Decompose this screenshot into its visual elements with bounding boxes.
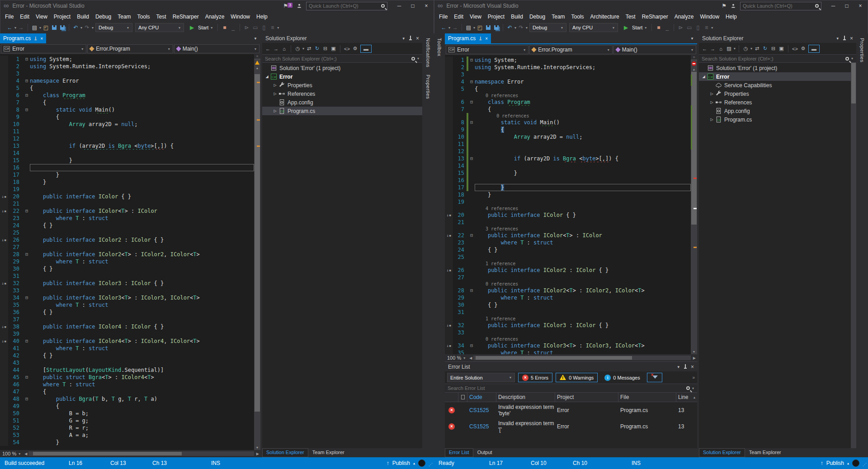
minimize-button[interactable]: ─ xyxy=(392,0,406,11)
tab-error-list[interactable]: Error List xyxy=(445,448,473,457)
show-all-files-button[interactable]: ▬ xyxy=(808,45,820,53)
warnings-filter-button[interactable]: 0 Warnings xyxy=(556,373,598,382)
expander-icon[interactable]: ▷ xyxy=(709,117,715,122)
reference-indicator-icon[interactable]: ↓▪ xyxy=(0,280,8,287)
tree-item-properties[interactable]: ▷Properties xyxy=(262,81,422,89)
refresh-icon[interactable]: ↻ xyxy=(761,46,769,52)
scroll-down-icon[interactable]: ▼ xyxy=(256,446,259,450)
menu-item-project[interactable]: Project xyxy=(485,13,508,21)
maximize-button[interactable]: □ xyxy=(840,0,854,11)
type-dropdown[interactable]: Error.Program▾ xyxy=(529,45,612,54)
reference-indicator-icon[interactable]: ↓▪ xyxy=(445,232,453,239)
pending-changes-filter-icon[interactable]: ◷ xyxy=(742,46,750,52)
se-forward-icon[interactable]: → xyxy=(709,46,717,52)
home-icon[interactable]: ⌂ xyxy=(280,46,288,52)
horizontal-scrollbar-thumb[interactable] xyxy=(476,356,632,360)
editor-vertical-scrollbar[interactable]: = ▲ ▼ xyxy=(691,55,697,354)
start-debug-button[interactable]: ▶Start▾ xyxy=(622,23,647,32)
codelens-label[interactable]: 4 references xyxy=(445,206,691,211)
tab-solution-explorer[interactable]: Solution Explorer xyxy=(699,448,745,457)
tree-item-service-capabilities[interactable]: Service Capabilities xyxy=(699,81,856,89)
toolbar-overflow-icon[interactable]: ▾ xyxy=(277,26,279,30)
pin-panel-icon[interactable] xyxy=(843,36,846,41)
title-bar[interactable]: ∞ Error - Microsoft Visual Studio ⚑3 ─ □… xyxy=(0,0,434,12)
menu-item-analyze[interactable]: Analyze xyxy=(202,13,228,21)
scroll-up-icon[interactable]: ▲ xyxy=(693,67,696,72)
search-options-icon[interactable]: ▾ xyxy=(692,386,694,390)
expander-icon[interactable]: ▷ xyxy=(272,109,278,113)
codelens-label[interactable]: 1 reference xyxy=(445,261,691,267)
expander-icon[interactable]: ▷ xyxy=(709,100,715,104)
error-list-search-input[interactable] xyxy=(448,385,684,391)
notifications-flag-icon[interactable]: ⚑ xyxy=(722,3,726,9)
window-position-dropdown-icon[interactable]: ▾ xyxy=(836,36,839,41)
codelens-label[interactable]: 0 references xyxy=(445,113,691,119)
close-button[interactable]: × xyxy=(420,0,433,11)
scroll-right-icon[interactable]: ▶ xyxy=(692,356,697,360)
filter-dropdown-icon[interactable]: ▾ xyxy=(302,47,304,51)
menu-item-project[interactable]: Project xyxy=(51,13,74,21)
scrollbar-track[interactable] xyxy=(691,72,697,350)
reference-indicator-icon[interactable]: ↓▪ xyxy=(445,322,453,329)
menu-item-edit[interactable]: Edit xyxy=(451,13,467,21)
navigate-backward-icon[interactable]: ← xyxy=(6,23,13,32)
save-all-icon[interactable] xyxy=(494,25,499,30)
navigate-to-icon[interactable]: ⊳ xyxy=(243,23,250,32)
menu-item-help[interactable]: Help xyxy=(722,13,740,21)
tab-output[interactable]: Output xyxy=(473,448,496,457)
undo-icon[interactable]: ↶ xyxy=(506,23,513,32)
menu-item-window[interactable]: Window xyxy=(227,13,253,21)
error-list-search[interactable]: ▾ xyxy=(445,384,697,392)
sign-in-icon[interactable] xyxy=(297,3,302,9)
redo-dropdown-icon[interactable]: ▾ xyxy=(92,26,94,30)
tab-properties[interactable]: Properties xyxy=(859,38,865,62)
tree-item-references[interactable]: ▷References xyxy=(262,89,422,98)
panel-title-bar[interactable]: Solution Explorer ▾ × xyxy=(262,33,422,43)
fold-marker-icon[interactable]: ⊟ xyxy=(24,395,30,403)
tree-item-solution-error-1-project[interactable]: Solution 'Error' (1 project) xyxy=(699,64,856,72)
menu-item-analyze[interactable]: Analyze xyxy=(671,13,697,21)
document-outline-icon[interactable]: ▭ xyxy=(252,23,259,32)
sync-with-active-document-icon[interactable]: ⇄ xyxy=(753,46,761,52)
zoom-level-dropdown[interactable]: 100 %▾ xyxy=(445,355,468,361)
refresh-icon[interactable]: ↻ xyxy=(313,46,321,52)
error-row[interactable]: ×CS1525Invalid expression term '['ErrorP… xyxy=(445,418,697,435)
platform-combobox[interactable]: Any CPU▾ xyxy=(135,23,184,32)
view-code-icon[interactable]: <> xyxy=(791,46,799,52)
close-tab-icon[interactable]: × xyxy=(40,36,43,41)
scroll-left-icon[interactable]: ◀ xyxy=(23,452,28,456)
codelens-label[interactable]: 1 reference xyxy=(445,316,691,322)
reference-indicator-icon[interactable]: ↓▪ xyxy=(445,267,453,274)
se-forward-icon[interactable]: → xyxy=(272,46,280,52)
error-code-link[interactable]: CS1525 xyxy=(467,423,496,430)
document-compare-icon[interactable]: ▯ xyxy=(694,23,701,32)
pin-tab-icon[interactable] xyxy=(34,37,37,41)
feedback-icon[interactable] xyxy=(852,460,859,467)
new-file-dropdown-icon[interactable]: ▾ xyxy=(39,26,41,30)
expander-icon[interactable]: ▷ xyxy=(709,92,715,96)
tab-list-dropdown-icon[interactable]: ▼ xyxy=(250,37,260,41)
sync-with-active-document-icon[interactable]: ⇄ xyxy=(305,46,313,52)
fold-marker-icon[interactable]: ⊟ xyxy=(468,119,475,126)
pin-tab-icon[interactable] xyxy=(479,37,482,41)
line-operations-icon[interactable]: ≡ xyxy=(703,23,710,32)
header-code[interactable]: Code xyxy=(467,392,496,402)
fold-marker-icon[interactable]: ⊟ xyxy=(468,78,475,85)
start-debug-button[interactable]: ▶Start▾ xyxy=(188,23,213,32)
feedback-icon[interactable] xyxy=(418,460,425,467)
header-description[interactable]: Description xyxy=(496,392,555,402)
tree-item-app-config[interactable]: App.config xyxy=(262,98,422,107)
tree-item-error[interactable]: ◢C#Error xyxy=(262,72,422,81)
new-file-icon[interactable]: ▤ xyxy=(31,23,38,32)
fold-marker-icon[interactable]: ⊟ xyxy=(24,207,30,215)
tree-item-app-config[interactable]: App.config xyxy=(699,107,856,115)
menu-item-build[interactable]: Build xyxy=(74,13,92,21)
navigate-forward-icon[interactable]: → xyxy=(452,23,458,32)
errors-filter-button[interactable]: ×5 Errors xyxy=(518,373,552,382)
menu-item-build[interactable]: Build xyxy=(508,13,526,21)
navigate-forward-icon[interactable]: → xyxy=(18,23,24,32)
fold-marker-icon[interactable]: ⊟ xyxy=(24,251,30,258)
horizontal-scrollbar[interactable] xyxy=(28,451,254,456)
expander-icon[interactable]: ◢ xyxy=(701,75,707,79)
publish-caret-icon[interactable]: ▴ xyxy=(413,461,415,465)
